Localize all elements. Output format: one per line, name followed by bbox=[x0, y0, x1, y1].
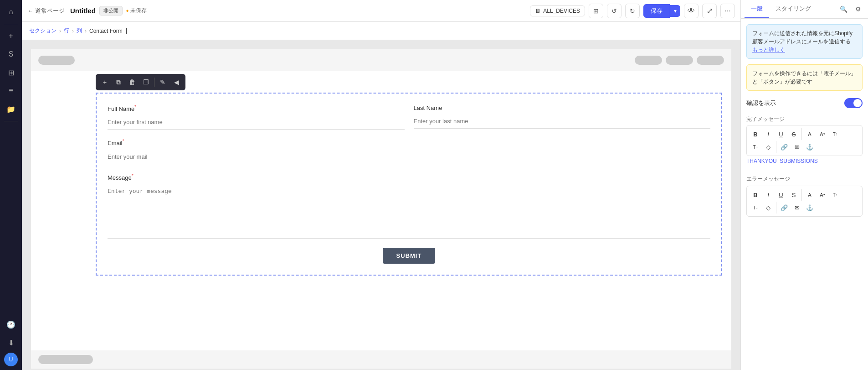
sidebar-folder-icon[interactable]: 📁 bbox=[3, 101, 19, 117]
toolbar-copy-button[interactable]: ❐ bbox=[139, 76, 152, 89]
sidebar-add-icon[interactable]: + bbox=[3, 28, 19, 44]
more-options-button[interactable]: ··· bbox=[720, 4, 735, 18]
header-logo-placeholder bbox=[38, 56, 75, 65]
submit-row: SUBMIT bbox=[108, 248, 710, 264]
error-underline-button[interactable]: U bbox=[775, 189, 787, 201]
breadcrumb-section[interactable]: セクション bbox=[29, 27, 56, 35]
save-group: 保存 ▾ bbox=[643, 4, 680, 18]
error-italic-button[interactable]: I bbox=[762, 189, 774, 201]
tool-sep-1 bbox=[801, 128, 802, 140]
sidebar-divider-2 bbox=[4, 121, 18, 121]
error-highlight-button[interactable]: A▾ bbox=[817, 189, 828, 201]
device-selector[interactable]: 🖥 ALL_DEVICES bbox=[530, 5, 585, 16]
toolbar-add-button[interactable]: + bbox=[98, 76, 111, 89]
email-label: Email* bbox=[108, 139, 710, 146]
error-bold-button[interactable]: B bbox=[750, 189, 761, 201]
error-tool-sep-1 bbox=[801, 189, 802, 201]
strikethrough-button[interactable]: S bbox=[788, 128, 800, 140]
error-clear-format-button[interactable]: ◇ bbox=[762, 202, 774, 214]
warning-text: フォームを操作できるには「電子メール」と「ボタン」が必要です bbox=[752, 70, 856, 85]
font-color-button[interactable]: A bbox=[804, 128, 816, 140]
thankyou-text: THANKYOU_SUBMISSIONS bbox=[746, 156, 863, 166]
email-group: Email* bbox=[108, 139, 710, 164]
error-strikethrough-button[interactable]: S bbox=[788, 189, 800, 201]
unsaved-label: 未保存 bbox=[130, 7, 147, 15]
sidebar-apps-icon[interactable]: ⊞ bbox=[3, 64, 19, 81]
error-tool-sep-2 bbox=[776, 202, 776, 214]
email-link-button[interactable]: ✉ bbox=[791, 141, 803, 153]
page-preview: + ⧉ 🗑 ❐ ✎ ◀ Full Name* bbox=[31, 49, 731, 369]
settings-icon-button[interactable]: ⚙ bbox=[852, 3, 864, 16]
last-name-input[interactable] bbox=[414, 114, 711, 129]
back-arrow-icon: ← bbox=[27, 7, 33, 14]
expand-button[interactable]: ⤢ bbox=[702, 4, 717, 18]
error-link-button[interactable]: 🔗 bbox=[778, 202, 790, 214]
contact-form-container: Full Name* Last Name E bbox=[96, 93, 722, 276]
confirm-toggle[interactable] bbox=[844, 98, 863, 108]
underline-button[interactable]: U bbox=[775, 128, 787, 140]
breadcrumb-sep-2: › bbox=[72, 28, 74, 34]
error-email-link-button[interactable]: ✉ bbox=[791, 202, 803, 214]
error-subscript-button[interactable]: T↓ bbox=[750, 202, 761, 214]
breadcrumb-col[interactable]: 列 bbox=[77, 27, 82, 35]
back-button[interactable]: ← 道常ページ bbox=[27, 7, 65, 15]
info-box: フォームに送信された情報を元にShopify顧客メールアドレスにメールを送信する… bbox=[746, 24, 863, 59]
breadcrumb-row[interactable]: 行 bbox=[64, 27, 69, 35]
sidebar-history-icon[interactable]: 🕐 bbox=[3, 316, 19, 333]
search-icon-button[interactable]: 🔍 bbox=[837, 3, 850, 16]
superscript-button[interactable]: T↑ bbox=[829, 128, 841, 140]
message-required: * bbox=[132, 173, 134, 178]
bold-button[interactable]: B bbox=[750, 128, 761, 140]
breadcrumb-active: Contact Form bbox=[89, 28, 123, 34]
text-tool-row-2: T↓ ◇ 🔗 ✉ ⚓ bbox=[750, 141, 859, 153]
visibility-badge[interactable]: 非公開 bbox=[99, 6, 123, 16]
undo-button[interactable]: ↺ bbox=[607, 4, 621, 18]
right-panel-tabs: 一般 スタイリング 🔍 ⚙ bbox=[741, 0, 868, 19]
confirm-label: 確認を表示 bbox=[746, 99, 776, 107]
clear-format-button[interactable]: ◇ bbox=[762, 141, 774, 153]
sidebar-home-icon[interactable]: ⌂ bbox=[3, 4, 19, 20]
error-font-color-button[interactable]: A bbox=[804, 189, 816, 201]
toolbar-delete-button[interactable]: 🗑 bbox=[126, 76, 139, 89]
sidebar-avatar-icon[interactable]: U bbox=[4, 353, 18, 366]
save-button[interactable]: 保存 bbox=[643, 4, 670, 18]
form-email-row: Email* bbox=[108, 139, 710, 164]
highlight-button[interactable]: A▾ bbox=[817, 128, 828, 140]
redo-button[interactable]: ↻ bbox=[625, 4, 640, 18]
header-nav-1 bbox=[635, 56, 662, 65]
toolbar-collapse-button[interactable]: ◀ bbox=[170, 76, 183, 89]
toolbar-duplicate-button[interactable]: ⧉ bbox=[112, 76, 125, 89]
error-anchor-button[interactable]: ⚓ bbox=[804, 202, 816, 214]
form-name-row: Full Name* Last Name bbox=[108, 104, 710, 130]
full-name-input[interactable] bbox=[108, 115, 405, 130]
toolbar-style-button[interactable]: ✎ bbox=[156, 76, 169, 89]
grid-icon-button[interactable]: ⊞ bbox=[589, 4, 603, 18]
info-link[interactable]: もっと詳しく bbox=[752, 47, 785, 53]
sidebar-download-icon[interactable]: ⬇ bbox=[3, 334, 19, 351]
save-dropdown-button[interactable]: ▾ bbox=[670, 5, 680, 17]
message-label: Message* bbox=[108, 173, 710, 181]
subscript-button[interactable]: T↓ bbox=[750, 141, 761, 153]
breadcrumb-sep-1: › bbox=[59, 28, 61, 34]
tab-styling[interactable]: スタイリング bbox=[769, 0, 817, 18]
submit-button[interactable]: SUBMIT bbox=[383, 248, 436, 264]
email-required: * bbox=[123, 139, 124, 144]
tab-general[interactable]: 一般 bbox=[745, 0, 769, 18]
link-button[interactable]: 🔗 bbox=[778, 141, 790, 153]
message-input[interactable] bbox=[108, 184, 710, 239]
confirm-setting-row: 確認を表示 bbox=[746, 96, 863, 110]
toolbar-divider bbox=[154, 78, 154, 87]
back-label: 道常ページ bbox=[35, 7, 65, 15]
sidebar-shopify-icon[interactable]: S bbox=[3, 46, 19, 63]
anchor-button[interactable]: ⚓ bbox=[804, 141, 816, 153]
floating-toolbar: + ⧉ 🗑 ❐ ✎ ◀ bbox=[96, 74, 185, 90]
italic-button[interactable]: I bbox=[762, 128, 774, 140]
sidebar-layers-icon[interactable]: ≡ bbox=[3, 83, 19, 99]
completion-label: 完了メッセージ bbox=[746, 115, 863, 123]
email-input[interactable] bbox=[108, 150, 710, 164]
error-section: エラーメッセージ B I U S A A▾ T↑ T↓ ◇ 🔗 ✉ bbox=[746, 172, 863, 217]
preview-button[interactable]: 👁 bbox=[684, 4, 699, 18]
info-text: フォームに送信された情報を元にShopify顧客メールアドレスにメールを送信する bbox=[752, 30, 853, 45]
footer-placeholder bbox=[38, 355, 93, 364]
error-superscript-button[interactable]: T↑ bbox=[829, 189, 841, 201]
